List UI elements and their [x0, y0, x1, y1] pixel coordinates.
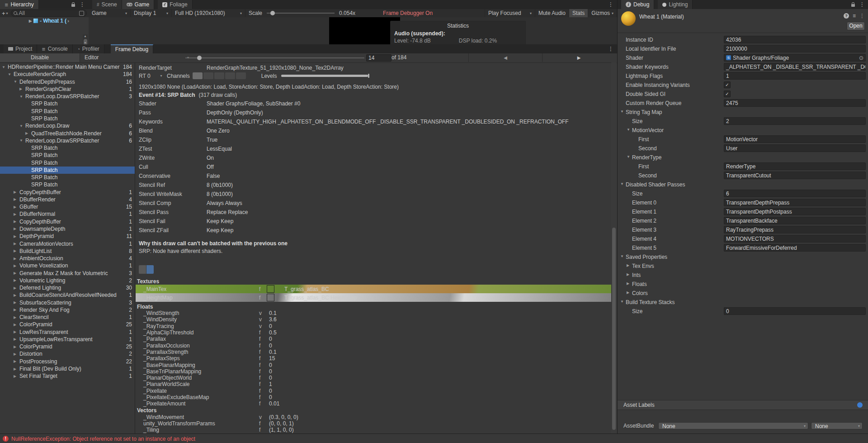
- mute-audio-button[interactable]: Mute Audio: [535, 9, 569, 17]
- channel-button[interactable]: [214, 72, 224, 79]
- help-icon[interactable]: ?: [844, 13, 849, 19]
- tab-game[interactable]: Game: [122, 0, 155, 9]
- scale-slider-thumb[interactable]: [270, 11, 275, 15]
- frame-event-row[interactable]: ▶ DownsampleDepth 1: [0, 225, 135, 233]
- fold-icon[interactable]: ▼: [620, 110, 626, 114]
- frame-event-row[interactable]: SRP Batch: [0, 167, 135, 174]
- target-popup[interactable]: Editor ▾: [80, 53, 195, 62]
- play-focused-dropdown[interactable]: Play Focused ▾: [485, 9, 535, 17]
- value-field[interactable]: S TransparentCutout ⊙: [724, 171, 866, 179]
- value-field[interactable]: S 42036 ⊙: [724, 36, 866, 43]
- frame-event-row[interactable]: ▶ Deferred Lighting 30: [0, 284, 135, 291]
- frame-event-row[interactable]: ▶ ClearStencil 1: [0, 314, 135, 321]
- texture-thumbnail[interactable]: [267, 294, 274, 301]
- asset-label-icon[interactable]: [857, 402, 863, 408]
- levels-slider[interactable]: [281, 74, 373, 78]
- fold-icon[interactable]: ▶: [627, 272, 632, 276]
- hierarchy-item-wheat[interactable]: ▶ - Wheat 1 ( ›: [0, 17, 81, 24]
- scroll-down-icon[interactable]: ▼: [83, 41, 87, 44]
- fold-icon[interactable]: ▶: [14, 374, 19, 378]
- value-field[interactable]: S ForwardEmissiveForDeferred ⊙: [724, 244, 866, 252]
- frame-event-row[interactable]: ▶ Distortion 2: [0, 350, 135, 357]
- details-scrollbar[interactable]: [611, 62, 617, 433]
- frame-event-row[interactable]: ▼ DeferredDepthPrepass 16: [0, 78, 135, 86]
- frame-event-row[interactable]: SRP Batch: [0, 152, 135, 159]
- fold-icon[interactable]: ▶: [14, 205, 19, 209]
- fold-icon[interactable]: ▶: [14, 249, 19, 253]
- tab-scene[interactable]: # Scene: [92, 0, 122, 9]
- frame-event-row[interactable]: ▶ ColorPyramid 25: [0, 343, 135, 350]
- fold-icon[interactable]: ▶: [14, 293, 19, 297]
- value-field[interactable]: S 6 ⊙: [724, 190, 866, 197]
- frame-event-row[interactable]: SRP Batch: [0, 181, 135, 188]
- frame-event-row[interactable]: ▶ CopyDepthBuffer 1: [0, 189, 135, 196]
- frame-event-row[interactable]: ▶ RenderGraphClear 1: [0, 86, 135, 93]
- value-field[interactable]: S 2 ⊙: [724, 117, 866, 125]
- frame-event-row[interactable]: ▶ ColorPyramid 25: [0, 321, 135, 328]
- fold-icon[interactable]: ▼: [620, 254, 626, 258]
- frame-event-row[interactable]: ▶ Generate Max Z Mask for Volumetric 3: [0, 269, 135, 276]
- tab-lighting[interactable]: Lighting: [658, 0, 693, 9]
- frame-event-row[interactable]: ▶ SubsurfaceScattering 3: [0, 299, 135, 306]
- tab-hierarchy[interactable]: ≣ Hierarchy: [0, 0, 39, 9]
- fold-icon[interactable]: ▶: [14, 323, 19, 327]
- tab-debug[interactable]: i Debug: [621, 0, 654, 9]
- frame-event-row[interactable]: ▶ Final Blit (Dev Build Only) 1: [0, 365, 135, 372]
- disable-button[interactable]: Disable: [0, 53, 80, 62]
- frame-event-row[interactable]: ▶ Volumetric Lighting 2: [0, 277, 135, 284]
- fold-icon[interactable]: ▼: [19, 138, 25, 143]
- scrollbar-thumb[interactable]: [612, 228, 616, 430]
- event-slider[interactable]: [185, 57, 364, 58]
- fold-icon[interactable]: ▶: [14, 234, 19, 238]
- frame-event-row[interactable]: ▶ DBufferNormal 1: [0, 210, 135, 218]
- checkbox[interactable]: ✓: [724, 81, 731, 88]
- checkbox[interactable]: ✓: [724, 91, 731, 97]
- asset-bundle-dropdown[interactable]: None ▾: [658, 422, 808, 429]
- frame-event-row[interactable]: ▼ HDRenderPipeline::Render Main Menu Cam…: [0, 63, 135, 71]
- frame-event-row[interactable]: ▶ LowResTransparent 1: [0, 329, 135, 336]
- event-index-field[interactable]: 14: [366, 54, 392, 62]
- lock-icon[interactable]: [851, 4, 855, 7]
- frame-event-row[interactable]: ▶ Render Sky And Fog 2: [0, 306, 135, 314]
- value-field[interactable]: S User ⊙: [724, 144, 866, 152]
- frame-event-row[interactable]: ▼ ExecuteRenderGraph 184: [0, 71, 135, 78]
- tab-frame-debug[interactable]: Frame Debug: [111, 44, 153, 53]
- fold-icon[interactable]: ▶: [14, 257, 19, 261]
- scroll-up-icon[interactable]: ▲: [83, 34, 87, 38]
- fold-icon[interactable]: ▶: [29, 19, 33, 23]
- value-field[interactable]: S 1 ⊙: [724, 72, 866, 80]
- channel-button[interactable]: [236, 72, 246, 79]
- fold-icon[interactable]: ▶: [14, 315, 19, 319]
- value-field[interactable]: S TransparentDepthPostpass ⊙: [724, 208, 866, 215]
- fold-icon[interactable]: ▶: [14, 308, 19, 312]
- frame-event-row[interactable]: ▶ Volume Voxelization 1: [0, 262, 135, 269]
- fold-icon[interactable]: ▼: [620, 182, 626, 186]
- fold-icon[interactable]: ▶: [627, 263, 632, 267]
- view-toggle-button[interactable]: [139, 265, 146, 274]
- open-button[interactable]: Open: [847, 22, 865, 30]
- saved-search-icon[interactable]: [79, 11, 84, 16]
- asset-bundle-variant-dropdown[interactable]: None ▾: [811, 422, 863, 429]
- tab-foliage[interactable]: Foliage: [158, 0, 192, 9]
- value-field[interactable]: S RayTracingPrepass ⊙: [724, 226, 866, 233]
- tab-profiler[interactable]: ◔ Profiler: [73, 44, 104, 53]
- material-preview-sphere[interactable]: [621, 11, 636, 26]
- frame-event-row[interactable]: ▶ DepthPyramid 11: [0, 233, 135, 240]
- fold-icon[interactable]: ▶: [14, 345, 19, 349]
- fold-icon[interactable]: ▶: [14, 286, 19, 290]
- frame-event-row[interactable]: ▶ DBufferRender 4: [0, 196, 135, 203]
- frame-event-row[interactable]: ▶ QuadTreeBatchNode.Render 6: [0, 129, 135, 137]
- error-message[interactable]: NullReferenceException: Object reference…: [11, 436, 195, 442]
- value-field[interactable]: S 2100000 ⊙: [724, 45, 866, 52]
- fold-icon[interactable]: ▼: [19, 95, 25, 99]
- frame-event-row[interactable]: ▶ CopyDepthBuffer 1: [0, 218, 135, 225]
- fold-icon[interactable]: ▶: [25, 131, 31, 135]
- value-field[interactable]: S TransparentDepthPrepass ⊙: [724, 199, 866, 206]
- kebab-menu-icon[interactable]: ⋮: [80, 1, 85, 8]
- view-toggle-button[interactable]: [146, 265, 154, 274]
- value-field[interactable]: S 2475 ⊙: [724, 99, 866, 107]
- frame-event-row[interactable]: SRP Batch: [0, 144, 135, 152]
- value-field[interactable]: S MotionVector ⊙: [724, 135, 866, 143]
- levels-slider-handle[interactable]: [368, 74, 369, 78]
- next-event-button[interactable]: ▶: [542, 53, 615, 62]
